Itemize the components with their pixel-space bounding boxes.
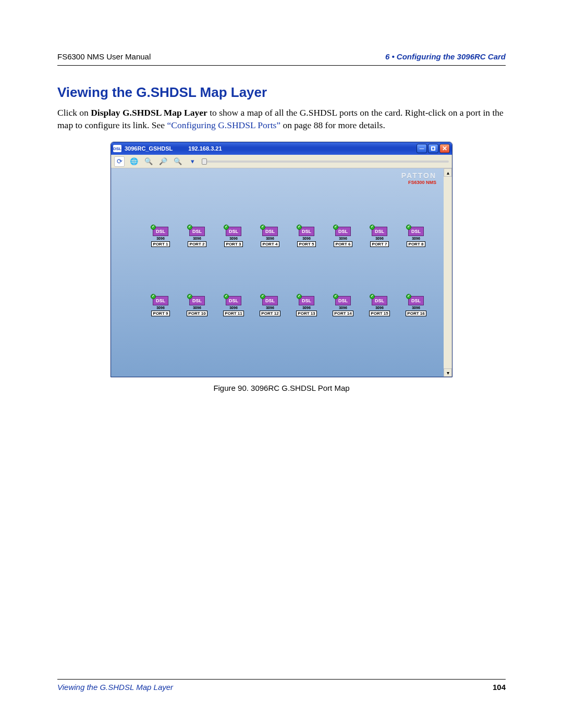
port-item[interactable]: DSL3096PORT 5 [296,227,317,247]
port-subid: 3096 [223,237,244,240]
dsl-chip-icon[interactable]: DSL [335,296,351,305]
status-ok-icon [406,294,411,299]
zoom-in-icon[interactable]: 🔎 [158,156,168,167]
window-title: 3096RC_GSHDSL [125,145,173,152]
port-item[interactable]: DSL3096PORT 1 [150,227,172,247]
section-title: Viewing the G.SHDSL Map Layer [57,84,506,101]
section-paragraph: Click on Display G.SHDSL Map Layer to sh… [57,107,506,131]
dsl-chip-icon[interactable]: DSL [153,227,168,236]
dsl-chip-icon[interactable]: DSL [262,227,278,236]
port-label: PORT 4 [261,241,279,247]
port-item[interactable]: DSL3096PORT 3 [223,227,244,247]
port-subid: 3096 [369,306,390,310]
port-subid: 3096 [186,306,208,310]
status-ok-icon [333,294,338,299]
port-label: PORT 5 [297,241,316,247]
refresh-icon[interactable]: ⟳ [114,156,125,167]
port-label: PORT 10 [187,311,207,316]
dsl-chip-icon[interactable]: DSL [408,227,424,236]
port-subid: 3096 [223,306,244,310]
status-ok-icon [187,294,192,299]
port-item[interactable]: DSL3096PORT 7 [369,227,390,247]
dsl-chip-icon[interactable]: DSL [262,296,278,305]
vertical-scrollbar[interactable]: ▴ ▾ [444,168,452,377]
status-ok-icon [333,225,338,230]
port-item[interactable]: DSL3096PORT 8 [405,227,427,247]
dsl-chip-icon[interactable]: DSL [226,296,241,305]
zoom-out-icon[interactable]: 🔍 [173,156,183,167]
minimize-button[interactable]: ─ [417,144,427,153]
port-subid: 3096 [369,237,390,240]
port-label: PORT 16 [406,311,426,316]
footer-section-title: Viewing the G.SHDSL Map Layer [57,683,173,692]
port-label: PORT 14 [333,311,353,316]
port-item[interactable]: DSL3096PORT 9 [150,296,172,316]
port-label: PORT 7 [370,241,389,247]
dsl-chip-icon[interactable]: DSL [335,227,351,236]
close-button[interactable]: ✕ [439,144,450,153]
dsl-chip-icon[interactable]: DSL [189,296,205,305]
dsl-chip-icon[interactable]: DSL [372,296,387,305]
para-post: on page 88 for more details. [280,120,385,130]
port-subid: 3096 [405,237,427,240]
dsl-chip-icon[interactable]: DSL [153,296,168,305]
port-label: PORT 9 [151,311,170,316]
port-label: PORT 2 [188,241,206,247]
doc-header-left: FS6300 NMS User Manual [57,52,151,61]
port-subid: 3096 [150,306,172,310]
zoom-dropdown-icon[interactable]: ▾ [187,156,198,167]
para-crossref-link[interactable]: “Configuring G.SHDSL Ports” [167,120,280,130]
status-ok-icon [151,294,156,299]
para-bold: Display G.SHDSL Map Layer [91,107,207,118]
window-titlebar[interactable]: DSL 3096RC_GSHDSL 192.168.3.21 ─ ✕ [111,142,452,155]
port-subid: 3096 [405,306,427,310]
port-item[interactable]: DSL3096PORT 15 [369,296,390,316]
port-row-1: DSL3096PORT 1DSL3096PORT 2DSL3096PORT 3D… [150,227,436,247]
header-rule [57,65,506,66]
window-app-icon: DSL [113,145,121,152]
scroll-track[interactable] [444,177,452,368]
status-ok-icon [406,225,411,230]
status-ok-icon [260,225,265,230]
status-ok-icon [151,225,156,230]
port-item[interactable]: DSL3096PORT 16 [405,296,427,316]
zoom-slider-knob[interactable] [202,158,207,165]
port-item[interactable]: DSL3096PORT 12 [259,296,281,316]
globe-icon[interactable]: 🌐 [129,156,139,167]
port-subid: 3096 [296,237,317,240]
window-ip: 192.168.3.21 [188,145,222,152]
dsl-chip-icon[interactable]: DSL [372,227,387,236]
port-subid: 3096 [186,237,208,240]
dsl-chip-icon[interactable]: DSL [226,227,241,236]
port-label: PORT 3 [224,241,243,247]
dsl-chip-icon[interactable]: DSL [189,227,205,236]
brand-name: PATTON [401,171,436,180]
zoom-fit-icon[interactable]: 🔍 [143,156,154,167]
port-subid: 3096 [259,306,281,310]
scroll-up-arrow-icon[interactable]: ▴ [444,168,452,177]
dsl-chip-icon[interactable]: DSL [299,227,314,236]
zoom-slider[interactable] [202,161,449,163]
brand-block: PATTON FS6300 NMS [401,171,436,185]
scroll-down-arrow-icon[interactable]: ▾ [444,368,452,377]
para-pre: Click on [57,107,91,118]
map-canvas[interactable]: PATTON FS6300 NMS DSL3096PORT 1DSL3096PO… [111,168,444,377]
port-item[interactable]: DSL3096PORT 10 [186,296,208,316]
port-item[interactable]: DSL3096PORT 13 [296,296,317,316]
port-item[interactable]: DSL3096PORT 4 [259,227,281,247]
dsl-chip-icon[interactable]: DSL [299,296,314,305]
doc-header-right: 6 • Configuring the 3096RC Card [385,52,506,61]
brand-sub: FS6300 NMS [401,180,436,185]
status-ok-icon [260,294,265,299]
port-item[interactable]: DSL3096PORT 2 [186,227,208,247]
port-item[interactable]: DSL3096PORT 11 [223,296,244,316]
dsl-chip-icon[interactable]: DSL [408,296,424,305]
port-item[interactable]: DSL3096PORT 14 [332,296,354,316]
port-label: PORT 1 [151,241,170,247]
port-subid: 3096 [259,237,281,240]
page-number: 104 [493,683,506,692]
port-label: PORT 11 [223,311,243,316]
port-label: PORT 13 [296,311,316,316]
port-item[interactable]: DSL3096PORT 6 [332,227,354,247]
maximize-button[interactable] [428,144,438,153]
